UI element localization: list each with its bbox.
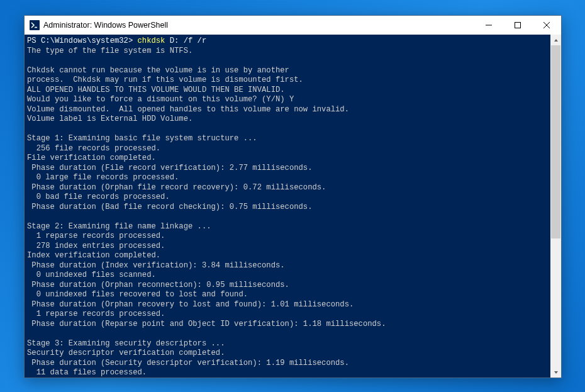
scroll-track[interactable] xyxy=(550,45,561,367)
minimize-button[interactable] xyxy=(474,16,503,35)
powershell-icon xyxy=(30,20,40,30)
close-button[interactable] xyxy=(532,16,561,35)
scroll-up-arrow-icon[interactable] xyxy=(550,35,561,45)
window-title: Administrator: Windows PowerShell xyxy=(43,21,474,30)
titlebar[interactable]: Administrator: Windows PowerShell xyxy=(25,16,561,35)
console-area[interactable]: PS C:\Windows\system32> chkdsk D: /f /rT… xyxy=(25,35,561,378)
console-output: PS C:\Windows\system32> chkdsk D: /f /rT… xyxy=(27,36,550,378)
window-controls xyxy=(474,16,561,35)
scroll-down-arrow-icon[interactable] xyxy=(550,367,561,378)
svg-rect-3 xyxy=(515,23,521,28)
powershell-window: Administrator: Windows PowerShell PS C:\… xyxy=(24,15,562,378)
vertical-scrollbar[interactable] xyxy=(550,35,561,378)
scroll-thumb[interactable] xyxy=(551,45,560,238)
maximize-button[interactable] xyxy=(503,16,532,35)
